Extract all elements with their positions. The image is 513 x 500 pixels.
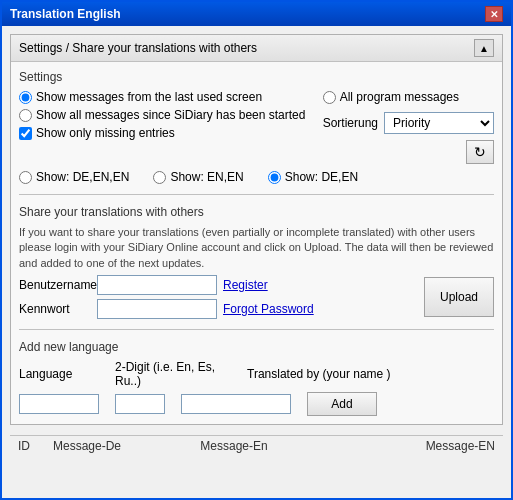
radio-row-2: Show all messages since SiDiary has been…	[19, 108, 305, 122]
twodigit-col-label: 2-Digit (i.e. En, Es, Ru..)	[115, 360, 235, 388]
window-title: Translation English	[10, 7, 121, 21]
add-lang-fields-row: Add	[19, 392, 494, 416]
translated-by-col-label: Translated by (your name )	[247, 367, 494, 381]
checkbox-missing-label: Show only missing entries	[36, 126, 175, 140]
show-option-3: Show: DE,EN	[268, 170, 358, 184]
radio-row-1: Show messages from the last used screen	[19, 90, 305, 104]
right-col: All program messages Sortierung Priority…	[323, 90, 494, 164]
forgot-password-link[interactable]: Forgot Password	[223, 302, 314, 316]
window-content: Settings / Share your translations with …	[2, 26, 511, 498]
settings-combined-row: Show messages from the last used screen …	[19, 90, 494, 164]
twodigit-input[interactable]	[115, 394, 165, 414]
refresh-button[interactable]: ↻	[466, 140, 494, 164]
password-row: Kennwort Forgot Password	[19, 299, 416, 319]
settings-section: Settings Show messages from the last use…	[19, 70, 494, 184]
show-row: Show: DE,EN,EN Show: EN,EN Show: DE,EN	[19, 170, 494, 184]
show-de-en-label: Show: DE,EN	[285, 170, 358, 184]
panel-header-text: Settings / Share your translations with …	[19, 41, 257, 55]
username-label: Benutzername	[19, 278, 91, 292]
radio-all-messages-label: Show all messages since SiDiary has been…	[36, 108, 305, 122]
username-input[interactable]	[97, 275, 217, 295]
sortierung-label: Sortierung	[323, 116, 378, 130]
show-option-2: Show: EN,EN	[153, 170, 243, 184]
radio-all-program-label: All program messages	[340, 90, 459, 104]
table-header-row: ID Message-De Message-En Message-EN	[10, 435, 503, 456]
add-language-label: Add new language	[19, 340, 494, 354]
table-col-id: ID	[18, 439, 53, 453]
checkbox-row: Show only missing entries	[19, 126, 305, 140]
close-button[interactable]: ✕	[485, 6, 503, 22]
show-de-en-en-label: Show: DE,EN,EN	[36, 170, 129, 184]
upload-button[interactable]: Upload	[424, 277, 494, 317]
radio-last-screen-label: Show messages from the last used screen	[36, 90, 262, 104]
table-col-msgEN: Message-EN	[348, 439, 495, 453]
form-fields: Benutzername Register Kennwort Forgot Pa…	[19, 275, 416, 319]
password-input[interactable]	[97, 299, 217, 319]
register-link[interactable]: Register	[223, 278, 268, 292]
sort-select[interactable]: Priority	[384, 112, 494, 134]
language-input[interactable]	[19, 394, 99, 414]
settings-label: Settings	[19, 70, 494, 84]
language-col-label: Language	[19, 367, 99, 381]
add-language-section: Add new language Language 2-Digit (i.e. …	[19, 340, 494, 416]
form-upload-row: Benutzername Register Kennwort Forgot Pa…	[19, 275, 494, 319]
share-section: Share your translations with others If y…	[19, 205, 494, 319]
collapse-button[interactable]: ▲	[474, 39, 494, 57]
radio-all-messages[interactable]	[19, 109, 32, 122]
sortierung-container: Sortierung Priority	[323, 112, 494, 134]
password-label: Kennwort	[19, 302, 91, 316]
divider-1	[19, 194, 494, 195]
radio-all-program: All program messages	[323, 90, 459, 104]
radio-show-en-en[interactable]	[153, 171, 166, 184]
show-en-en-label: Show: EN,EN	[170, 170, 243, 184]
checkbox-missing-entries[interactable]	[19, 127, 32, 140]
table-col-msgde: Message-De	[53, 439, 200, 453]
translated-by-input[interactable]	[181, 394, 291, 414]
radio-show-de-en-en[interactable]	[19, 171, 32, 184]
radio-last-screen[interactable]	[19, 91, 32, 104]
main-panel: Settings / Share your translations with …	[10, 34, 503, 425]
panel-body: Settings Show messages from the last use…	[11, 62, 502, 424]
share-label: Share your translations with others	[19, 205, 494, 219]
radio-all-program-msg[interactable]	[323, 91, 336, 104]
show-option-1: Show: DE,EN,EN	[19, 170, 129, 184]
divider-2	[19, 329, 494, 330]
share-description: If you want to share your translations (…	[19, 225, 494, 271]
username-row: Benutzername Register	[19, 275, 416, 295]
radio-show-de-en[interactable]	[268, 171, 281, 184]
panel-header: Settings / Share your translations with …	[11, 35, 502, 62]
main-window: Translation English ✕ Settings / Share y…	[0, 0, 513, 500]
lang-labels-row: Language 2-Digit (i.e. En, Es, Ru..) Tra…	[19, 360, 494, 388]
title-bar-buttons: ✕	[485, 6, 503, 22]
add-button[interactable]: Add	[307, 392, 377, 416]
title-bar: Translation English ✕	[2, 2, 511, 26]
left-col: Show messages from the last used screen …	[19, 90, 305, 140]
table-col-msgen: Message-En	[200, 439, 347, 453]
